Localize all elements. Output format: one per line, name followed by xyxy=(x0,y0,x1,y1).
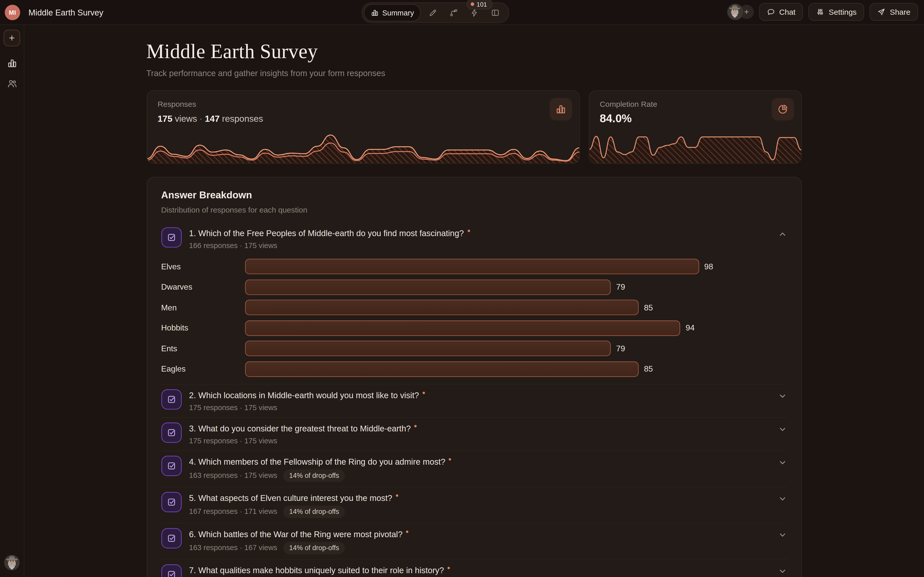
checkbox-question-icon xyxy=(161,227,181,248)
question-meta: 166 responses · 175 views xyxy=(189,241,277,250)
responses-word: responses xyxy=(222,113,263,124)
chat-button[interactable]: Chat xyxy=(759,3,803,21)
bar-value: 98 xyxy=(704,262,713,271)
sidebar-new-form-button[interactable] xyxy=(3,30,20,47)
share-label: Share xyxy=(890,7,910,16)
views-word: views xyxy=(175,113,197,124)
bar-value: 79 xyxy=(616,344,625,353)
required-dot xyxy=(468,230,470,232)
breakdown-subtitle: Distribution of responses for each quest… xyxy=(161,205,787,214)
bar-track: 94 xyxy=(245,320,699,335)
question-title: 2. Which locations in Middle-earth would… xyxy=(189,390,419,400)
bar-chart-icon xyxy=(555,104,566,114)
question-chart: Elves 98 Dwarves 79 Men 85 Hobbits 94 En… xyxy=(161,255,787,384)
badge-dot xyxy=(471,2,474,6)
question-main: 3. What do you consider the greatest thr… xyxy=(189,422,416,445)
bar-label: Men xyxy=(161,303,245,312)
question-title: 4. Which members of the Fellowship of th… xyxy=(189,456,445,467)
bar-track: 85 xyxy=(245,361,699,377)
chevron-icon[interactable] xyxy=(778,494,787,503)
bar xyxy=(245,320,680,335)
bar-label: Dwarves xyxy=(161,282,245,292)
checkbox-question-icon xyxy=(161,564,181,577)
settings-button[interactable]: Settings xyxy=(809,3,864,21)
bar-label: Hobbits xyxy=(161,323,245,332)
topbar: MI Middle Earth Survey Summary xyxy=(0,0,924,25)
question-row[interactable]: 4. Which members of the Fellowship of th… xyxy=(161,451,787,486)
bar-track: 98 xyxy=(245,259,699,274)
chevron-icon[interactable] xyxy=(778,425,787,434)
chevron-icon[interactable] xyxy=(778,530,787,539)
answer-breakdown-card: Answer Breakdown Distribution of respons… xyxy=(146,177,801,577)
question-row[interactable]: 2. Which locations in Middle-earth would… xyxy=(161,384,787,417)
dropoff-badge: 14% of drop-offs xyxy=(283,542,345,554)
checkbox-question-icon xyxy=(161,492,181,512)
sidebar-analytics-item[interactable] xyxy=(7,58,17,68)
responses-sparkline xyxy=(147,134,579,163)
question-main: 1. Which of the Free Peoples of Middle-e… xyxy=(189,227,470,250)
question-title: 5. What aspects of Elven culture interes… xyxy=(189,492,392,503)
bar-value: 85 xyxy=(644,303,653,312)
workspace-avatar[interactable]: MI xyxy=(5,5,20,20)
question-row[interactable]: 1. Which of the Free Peoples of Middle-e… xyxy=(161,222,787,255)
question-row[interactable]: 5. What aspects of Elven culture interes… xyxy=(161,487,787,522)
responses-count: 147 xyxy=(205,113,220,124)
bar-label: Eagles xyxy=(161,364,245,373)
bar-track: 79 xyxy=(245,279,699,295)
question-main: 7. What qualities make hobbits uniquely … xyxy=(189,564,450,577)
bar-row: Hobbits 94 xyxy=(161,320,787,335)
required-dot xyxy=(448,567,450,569)
bar xyxy=(245,300,639,315)
question-row[interactable]: 3. What do you consider the greatest thr… xyxy=(161,417,787,450)
chevron-icon[interactable] xyxy=(778,392,787,400)
badge-count: 101 xyxy=(477,0,487,8)
completion-label: Completion Rate xyxy=(600,100,658,108)
question-title: 1. Which of the Free Peoples of Middle-e… xyxy=(189,228,464,239)
bar-chart-toggle-button[interactable] xyxy=(549,98,572,121)
bar-chart-icon xyxy=(371,9,379,16)
sidebar-user-avatar[interactable] xyxy=(4,555,19,571)
bar-label: Elves xyxy=(161,262,245,271)
brand: MI Middle Earth Survey xyxy=(5,0,103,24)
bar-row: Eagles 85 xyxy=(161,361,787,377)
bar-row: Dwarves 79 xyxy=(161,279,787,295)
required-dot xyxy=(406,530,408,533)
bar-value: 79 xyxy=(616,282,625,292)
question-title: 6. Which battles of the War of the Ring … xyxy=(189,529,403,539)
bar-value: 94 xyxy=(685,323,695,332)
pie-chart-icon xyxy=(777,104,788,114)
workflow-icon[interactable] xyxy=(445,5,463,21)
share-button[interactable]: Share xyxy=(870,3,918,21)
question-title: 7. What qualities make hobbits uniquely … xyxy=(189,565,444,575)
chevron-icon[interactable] xyxy=(778,458,787,467)
required-dot xyxy=(414,425,416,427)
question-meta: 163 responses · 175 views xyxy=(189,471,277,480)
question-meta: 163 responses · 167 views xyxy=(189,543,277,553)
checkbox-question-icon xyxy=(161,456,181,476)
bar-track: 79 xyxy=(245,341,699,356)
page-subtitle: Track performance and gather insights fr… xyxy=(146,68,801,77)
required-dot xyxy=(449,458,451,460)
user-avatar[interactable] xyxy=(727,3,743,20)
dot-separator: · xyxy=(199,113,202,124)
bar-row: Elves 98 xyxy=(161,259,787,274)
bar-track: 85 xyxy=(245,300,699,315)
bar-row: Ents 79 xyxy=(161,341,787,356)
pie-chart-toggle-button[interactable] xyxy=(771,98,794,121)
edit-icon[interactable] xyxy=(424,5,442,21)
required-dot xyxy=(396,494,398,496)
question-row[interactable]: 6. Which battles of the War of the Ring … xyxy=(161,523,787,559)
tab-summary[interactable]: Summary xyxy=(364,4,421,21)
avatar-stack: + xyxy=(727,3,753,20)
sidebar-audience-item[interactable] xyxy=(7,78,17,89)
question-row[interactable]: 7. What qualities make hobbits uniquely … xyxy=(161,559,787,577)
app-title: Middle Earth Survey xyxy=(28,7,103,17)
topbar-actions: + Chat Settings xyxy=(727,3,918,21)
views-count: 175 xyxy=(158,113,173,124)
tab-summary-label: Summary xyxy=(382,9,414,17)
chevron-icon[interactable] xyxy=(778,230,787,239)
dropoff-badge: 14% of drop-offs xyxy=(283,469,345,482)
breakdown-title: Answer Breakdown xyxy=(161,189,787,200)
chevron-icon[interactable] xyxy=(778,567,787,575)
center-toolbar: Summary xyxy=(361,2,510,23)
